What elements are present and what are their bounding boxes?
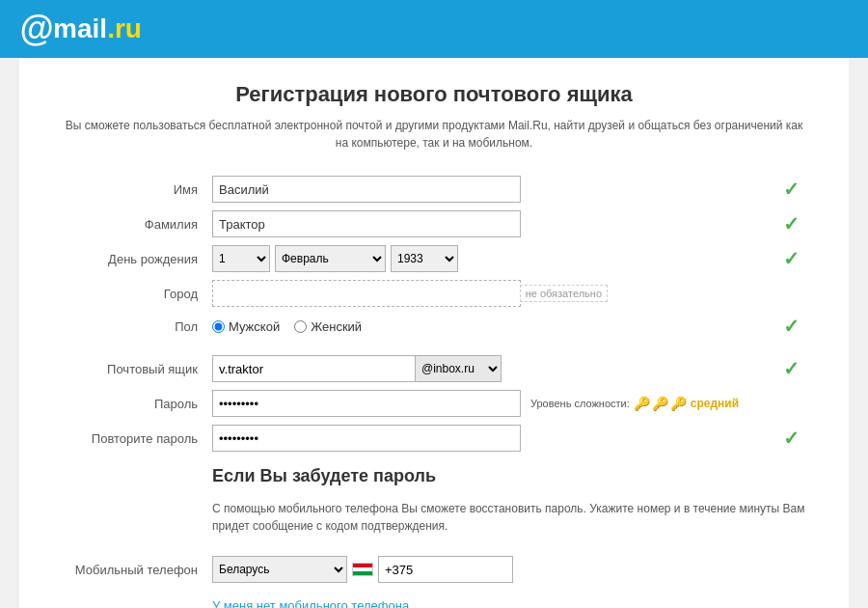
no-phone-link[interactable]: У меня нет мобильного телефона — [212, 598, 409, 608]
password-row: Пароль Уровень сложности: 🔑 🔑 🔑 средний — [58, 390, 810, 417]
birthday-month-select[interactable]: ЯнварьФевральМарт АпрельМайИюнь ИюльАвгу… — [275, 245, 386, 272]
email-checkmark: ✓ — [783, 357, 800, 380]
city-input-wrap: не обязательно — [212, 280, 521, 307]
confirm-password-checkmark: ✓ — [783, 427, 800, 450]
birthday-label: День рождения — [58, 252, 212, 266]
confirm-password-input[interactable] — [212, 425, 521, 452]
key-icon-3: 🔑 — [670, 396, 687, 411]
birthday-checkmark: ✓ — [783, 247, 800, 270]
phone-label: Мобильный телефон — [58, 563, 212, 577]
first-name-check: ✓ — [772, 178, 810, 201]
gender-male-radio[interactable] — [212, 320, 225, 333]
city-label: Город — [58, 287, 212, 301]
password-content: Уровень сложности: 🔑 🔑 🔑 средний — [212, 390, 810, 417]
city-row: Город не обязательно — [58, 280, 810, 307]
first-name-input[interactable] — [212, 176, 521, 203]
phone-inputs: Беларусь Россия Украина — [212, 556, 513, 583]
email-input[interactable] — [212, 355, 415, 382]
confirm-password-check: ✓ — [772, 427, 810, 450]
key-icon-2: 🔑 — [652, 396, 668, 411]
birthday-check: ✓ — [772, 247, 810, 270]
forgot-title-row: Если Вы забудете пароль — [58, 466, 810, 492]
header: @mail.ru — [0, 0, 868, 58]
forgot-desc-content: С помощью мобильного телефона Вы сможете… — [212, 500, 810, 546]
forgot-section: Если Вы забудете пароль С помощью мобиль… — [58, 466, 810, 546]
password-input[interactable] — [212, 390, 521, 417]
gender-check: ✓ — [772, 315, 810, 338]
phone-content: Беларусь Россия Украина — [212, 556, 810, 583]
first-name-content — [212, 176, 772, 203]
logo-ru: .ru — [107, 14, 142, 44]
gender-options: Мужской Женский — [212, 319, 362, 334]
forgot-desc-row: С помощью мобильного телефона Вы сможете… — [58, 500, 810, 546]
birthday-day-select[interactable]: 12345 678910 1112131415 1617181920 21222… — [212, 245, 270, 272]
first-name-checkmark: ✓ — [783, 178, 800, 201]
country-select[interactable]: Беларусь Россия Украина — [212, 556, 347, 583]
email-domain-select[interactable]: @inbox.ru @mail.ru @bk.ru @list.ru — [415, 355, 502, 382]
confirm-password-label: Повторите пароль — [58, 431, 212, 446]
no-phone-content: У меня нет мобильного телефона — [212, 591, 810, 608]
email-check: ✓ — [772, 357, 810, 380]
key-icon-1: 🔑 — [634, 396, 650, 411]
email-row: Почтовый ящик @inbox.ru @mail.ru @bk.ru … — [58, 355, 810, 382]
last-name-check: ✓ — [772, 212, 810, 235]
forgot-description: С помощью мобильного телефона Вы сможете… — [212, 500, 810, 535]
gender-label: Пол — [58, 319, 212, 334]
last-name-row: Фамилия ✓ — [58, 210, 810, 237]
confirm-password-content — [212, 425, 772, 452]
last-name-input[interactable] — [212, 210, 521, 237]
forgot-title-content: Если Вы забудете пароль — [212, 466, 810, 492]
strength-value: средний — [691, 397, 739, 410]
strength-indicator: Уровень сложности: 🔑 🔑 🔑 средний — [530, 396, 739, 411]
first-name-label: Имя — [58, 182, 212, 197]
birthday-content: 12345 678910 1112131415 1617181920 21222… — [212, 245, 772, 272]
strength-icons: 🔑 🔑 🔑 — [634, 396, 687, 411]
city-content: не обязательно — [212, 280, 772, 307]
logo: @mail.ru — [19, 9, 142, 49]
page-title: Регистрация нового почтового ящика — [58, 82, 810, 107]
last-name-label: Фамилия — [58, 217, 212, 232]
gender-content: Мужской Женский — [212, 319, 772, 334]
belarus-flag — [352, 563, 373, 576]
gender-male-option[interactable]: Мужской — [212, 319, 280, 334]
strength-label: Уровень сложности: — [530, 398, 630, 409]
city-optional-label: не обязательно — [520, 285, 608, 302]
last-name-content — [212, 210, 772, 237]
first-name-row: Имя ✓ — [58, 176, 810, 203]
forgot-title: Если Вы забудете пароль — [212, 466, 436, 486]
main-content: Регистрация нового почтового ящика Вы см… — [19, 58, 849, 608]
gender-female-option[interactable]: Женский — [294, 319, 362, 334]
phone-input[interactable] — [378, 556, 513, 583]
gender-checkmark: ✓ — [783, 315, 800, 338]
gender-female-label: Женский — [311, 319, 362, 334]
logo-at: @ — [19, 9, 53, 49]
page-description: Вы сможете пользоваться бесплатной элект… — [58, 117, 810, 152]
email-row-inputs: @inbox.ru @mail.ru @bk.ru @list.ru — [212, 355, 502, 382]
confirm-password-row: Повторите пароль ✓ — [58, 425, 810, 452]
city-input[interactable] — [212, 280, 521, 307]
password-label: Пароль — [58, 397, 212, 411]
birthday-row: День рождения 12345 678910 1112131415 16… — [58, 245, 810, 272]
gender-row: Пол Мужской Женский ✓ — [58, 315, 810, 338]
birthday-selects: 12345 678910 1112131415 1617181920 21222… — [212, 245, 458, 272]
birthday-year-select[interactable]: 1933 — [391, 245, 458, 272]
email-label: Почтовый ящик — [58, 362, 212, 376]
phone-row: Мобильный телефон Беларусь Россия Украин… — [58, 556, 810, 583]
last-name-checkmark: ✓ — [783, 212, 800, 235]
gender-male-label: Мужской — [229, 319, 280, 334]
gender-female-radio[interactable] — [294, 320, 307, 333]
logo-mail: mail — [53, 14, 107, 44]
email-content: @inbox.ru @mail.ru @bk.ru @list.ru — [212, 355, 772, 382]
no-phone-row: У меня нет мобильного телефона — [58, 591, 810, 608]
